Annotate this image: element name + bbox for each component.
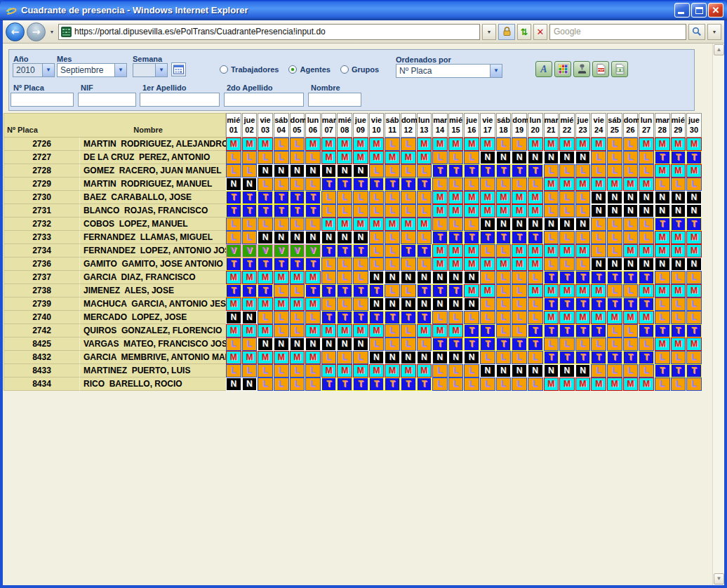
window-title: Cuadrante de presencia - Windows Interne… bbox=[21, 5, 674, 15]
day-header: dom26 bbox=[623, 113, 639, 138]
shift-cell-M: M bbox=[337, 218, 352, 231]
refresh-icon: ⇄ bbox=[519, 28, 530, 36]
shift-cell-M: M bbox=[528, 191, 543, 204]
input-2do-apellido[interactable] bbox=[224, 93, 304, 107]
shift-cell-L: L bbox=[337, 298, 352, 311]
close-button[interactable]: ✕ bbox=[708, 3, 723, 18]
forward-button[interactable]: → bbox=[27, 22, 46, 41]
placa-cell: 2740 bbox=[4, 311, 79, 324]
shift-cell-M: M bbox=[385, 151, 400, 164]
nav-history-dropdown[interactable]: ▼ bbox=[48, 29, 56, 34]
shift-cell-N: N bbox=[639, 191, 654, 204]
nombre-cell: MACHUCA GARCIA, ANTONIO JESUS bbox=[79, 298, 226, 311]
ordenados-select[interactable]: Nº Placa▼ bbox=[396, 64, 502, 78]
table-row: 2732COBOS LOPEZ, MANUELLLLLLLMMMMMMMLLLN… bbox=[4, 218, 702, 231]
back-button[interactable]: ← bbox=[6, 22, 25, 41]
excel-export-button[interactable]: X bbox=[611, 61, 628, 77]
shift-cell-M: M bbox=[544, 178, 559, 191]
shift-cell-M: M bbox=[575, 178, 591, 191]
semana-select[interactable]: ▼ bbox=[133, 63, 168, 77]
shift-cell-N: N bbox=[305, 164, 321, 178]
shift-cell-N: N bbox=[480, 151, 495, 164]
search-go-button[interactable] bbox=[688, 24, 705, 40]
shift-cell-N: N bbox=[274, 164, 289, 178]
search-options-button[interactable]: ▼ bbox=[707, 24, 721, 40]
ano-select[interactable]: 2010▼ bbox=[13, 63, 55, 77]
shift-cell-T: T bbox=[448, 164, 464, 178]
shift-cell-T: T bbox=[607, 271, 622, 284]
forward-icon: → bbox=[27, 26, 45, 37]
shift-cell-L: L bbox=[274, 178, 289, 191]
font-button[interactable]: A bbox=[535, 61, 552, 77]
shift-cell-M: M bbox=[480, 258, 495, 271]
address-field[interactable]: https://portal.dipusevilla.es/ePolTrans/… bbox=[58, 24, 480, 40]
radio-agentes[interactable]: Agentes bbox=[288, 65, 330, 74]
radio-label: Grupos bbox=[352, 65, 379, 74]
shift-cell-N: N bbox=[369, 271, 385, 284]
input-1er-apellido[interactable] bbox=[140, 93, 220, 107]
shift-cell-L: L bbox=[401, 284, 416, 298]
shift-cell-N: N bbox=[321, 164, 337, 178]
shift-cell-L: L bbox=[242, 164, 258, 178]
shift-cell-T: T bbox=[369, 377, 385, 391]
shift-cell-T: T bbox=[496, 338, 512, 351]
shift-cell-L: L bbox=[401, 164, 416, 178]
shift-cell-L: L bbox=[385, 258, 400, 271]
shift-cell-M: M bbox=[464, 244, 479, 258]
shift-cell-L: L bbox=[369, 191, 385, 204]
shift-cell-T: T bbox=[686, 218, 702, 231]
shift-cell-M: M bbox=[448, 324, 464, 338]
radio-grupos[interactable]: Grupos bbox=[340, 65, 379, 74]
pdf-export-button[interactable]: PDF bbox=[592, 61, 609, 77]
radio-circle-icon[interactable] bbox=[288, 65, 297, 74]
shift-cell-M: M bbox=[686, 138, 702, 151]
shift-cell-N: N bbox=[448, 271, 464, 284]
shift-cell-N: N bbox=[528, 364, 543, 377]
shift-cell-L: L bbox=[369, 338, 385, 351]
shift-cell-T: T bbox=[591, 271, 606, 284]
table-row: 2730BAEZ CARABALLO, JOSETTTTTTLLLLLLLMMM… bbox=[4, 191, 702, 204]
vertical-scrollbar[interactable]: ▲ ▼ bbox=[712, 44, 724, 585]
shift-cell-L: L bbox=[575, 258, 591, 271]
minimize-button[interactable] bbox=[674, 3, 690, 18]
input-nif[interactable] bbox=[78, 93, 136, 107]
refresh-button[interactable]: ⇄ bbox=[517, 24, 531, 40]
shift-cell-M: M bbox=[290, 351, 305, 364]
shift-cell-N: N bbox=[353, 231, 368, 244]
radio-trabajadores[interactable]: Trabajadores bbox=[220, 65, 279, 74]
search-input[interactable] bbox=[554, 27, 682, 36]
shift-cell-L: L bbox=[305, 377, 321, 391]
radio-circle-icon[interactable] bbox=[220, 65, 228, 74]
scroll-up-button[interactable]: ▲ bbox=[714, 44, 724, 55]
shift-cell-N: N bbox=[671, 191, 686, 204]
shift-cell-L: L bbox=[337, 351, 352, 364]
search-box[interactable] bbox=[549, 24, 686, 40]
browser-window: e Cuadrante de presencia - Windows Inter… bbox=[0, 0, 727, 588]
colors-button[interactable] bbox=[554, 61, 571, 77]
stop-button[interactable]: ✕ bbox=[533, 24, 547, 40]
shift-cell-M: M bbox=[226, 324, 241, 338]
placa-cell: 2731 bbox=[4, 204, 79, 218]
shift-cell-N: N bbox=[432, 298, 448, 311]
address-dropdown-button[interactable]: ▼ bbox=[482, 24, 496, 40]
maximize-button[interactable] bbox=[691, 3, 707, 18]
shift-cell-L: L bbox=[671, 377, 686, 391]
stamp-button[interactable] bbox=[573, 61, 590, 77]
shift-cell-M: M bbox=[321, 324, 337, 338]
day-header: sáb25 bbox=[607, 113, 622, 138]
shift-cell-L: L bbox=[607, 244, 622, 258]
input-n-placa[interactable] bbox=[11, 93, 74, 107]
scroll-down-button[interactable]: ▼ bbox=[714, 573, 724, 584]
security-lock-button[interactable] bbox=[498, 24, 515, 40]
shift-cell-T: T bbox=[242, 191, 258, 204]
mes-select[interactable]: Septiembre▼ bbox=[57, 63, 127, 77]
calendar-button[interactable] bbox=[171, 62, 186, 76]
radio-circle-icon[interactable] bbox=[340, 65, 349, 74]
shift-cell-M: M bbox=[623, 244, 639, 258]
shift-cell-T: T bbox=[671, 151, 686, 164]
shift-cell-N: N bbox=[385, 298, 400, 311]
shift-cell-L: L bbox=[607, 284, 622, 298]
day-header: lun20 bbox=[528, 113, 543, 138]
shift-cell-L: L bbox=[623, 364, 639, 377]
input-nombre[interactable] bbox=[308, 93, 361, 107]
